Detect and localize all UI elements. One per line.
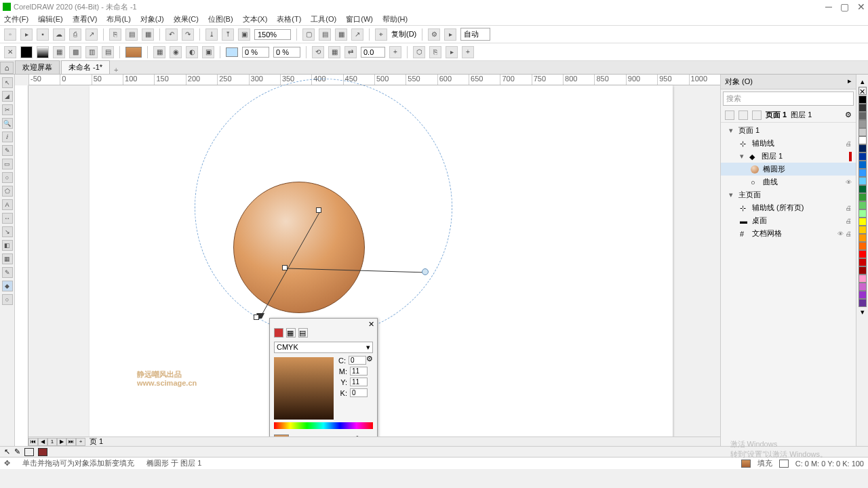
copy-dropdown[interactable]: 复制(D): [391, 29, 416, 39]
k-input[interactable]: [350, 388, 368, 397]
tree-ellipse[interactable]: 椭圆形: [721, 163, 856, 176]
apply-icon[interactable]: ▸: [446, 46, 458, 58]
color-tab-mixer-icon[interactable]: ▦: [286, 328, 296, 338]
transparency-tool-icon[interactable]: ▦: [2, 253, 13, 264]
texture-fill-icon[interactable]: ▩: [69, 46, 81, 58]
undo-icon[interactable]: ↶: [165, 28, 178, 41]
c-input[interactable]: [349, 356, 366, 365]
cloud-icon[interactable]: ☁: [53, 28, 65, 41]
color-tab-model-icon[interactable]: [274, 328, 283, 338]
palette-swatch[interactable]: [859, 136, 867, 144]
prev-page-icon[interactable]: ◀: [38, 438, 47, 446]
square-grad-icon[interactable]: ▣: [202, 46, 214, 58]
solid-fill-icon[interactable]: [20, 46, 33, 58]
m-input[interactable]: [350, 367, 368, 375]
mesh-fill-icon[interactable]: ▤: [102, 46, 114, 58]
menu-help[interactable]: 帮助(H): [382, 14, 408, 24]
tree-layer[interactable]: ▾◆图层 1: [721, 150, 856, 163]
menu-effects[interactable]: 效果(C): [174, 14, 199, 24]
tree-master[interactable]: ▾主页面: [721, 188, 856, 201]
add-preset-icon[interactable]: +: [462, 46, 474, 58]
reverse-icon[interactable]: ⟲: [312, 46, 324, 58]
ellipse-object[interactable]: [233, 182, 365, 313]
palette-down-icon[interactable]: ▾: [861, 308, 865, 317]
palette-swatch[interactable]: [859, 291, 867, 299]
export-icon[interactable]: ↗: [85, 28, 98, 41]
postscript-fill-icon[interactable]: ▥: [85, 46, 98, 58]
menu-bitmap[interactable]: 位图(B): [208, 14, 233, 24]
artistic-tool-icon[interactable]: ✎: [2, 145, 13, 156]
first-page-icon[interactable]: ⏮: [28, 438, 38, 446]
color-picker-area[interactable]: [274, 357, 334, 420]
color-options-icon[interactable]: ⚙: [366, 354, 373, 363]
rotation-input[interactable]: [361, 47, 385, 58]
palette-swatch[interactable]: [859, 226, 867, 234]
palette-swatch[interactable]: [859, 144, 867, 152]
palette-swatch[interactable]: [859, 299, 867, 307]
palette-swatch[interactable]: [859, 96, 867, 104]
edit-fill-icon[interactable]: ✕: [4, 46, 16, 58]
radial-grad-icon[interactable]: ◉: [170, 46, 182, 58]
palette-swatch[interactable]: [859, 128, 867, 136]
new-tab-icon[interactable]: +: [110, 66, 122, 74]
gradient-handle[interactable]: [282, 265, 288, 270]
open-icon[interactable]: ▸: [20, 28, 33, 41]
palette-swatch[interactable]: [859, 250, 867, 258]
fill-color-box[interactable]: [38, 448, 47, 456]
palette-swatch[interactable]: [859, 266, 867, 274]
palette-swatch[interactable]: [859, 112, 867, 120]
import-icon[interactable]: ⤓: [205, 28, 218, 41]
menu-table[interactable]: 表格(T): [277, 14, 301, 24]
polygon-tool-icon[interactable]: ⬠: [2, 186, 13, 197]
current-fill-swatch[interactable]: [125, 47, 142, 58]
palette-swatch[interactable]: [859, 193, 867, 201]
tree-guides[interactable]: ⊹辅助线🖨: [721, 137, 856, 150]
options-icon[interactable]: ⚙: [428, 28, 440, 41]
node-color-swatch[interactable]: [226, 47, 238, 57]
menu-view[interactable]: 查看(V): [73, 14, 98, 24]
palette-swatch[interactable]: [859, 201, 867, 209]
dialog-close-icon[interactable]: ✕: [368, 320, 374, 329]
shape-tool-icon[interactable]: ◢: [2, 91, 13, 102]
tree-curve[interactable]: ○曲线👁: [721, 176, 856, 188]
gradient-handle[interactable]: [316, 207, 321, 213]
search-input[interactable]: 搜索: [723, 92, 854, 106]
layer-opts3-icon[interactable]: [752, 110, 762, 120]
free-scale-icon[interactable]: +: [389, 46, 401, 58]
y-input[interactable]: [350, 378, 368, 386]
color-model-select[interactable]: CMYK▾: [274, 342, 373, 353]
palette-swatch[interactable]: [859, 177, 867, 185]
gradient-handle[interactable]: [254, 314, 259, 320]
export2-icon[interactable]: ⤒: [222, 28, 234, 41]
color-tab-palette-icon[interactable]: ▤: [298, 328, 308, 338]
palette-swatch[interactable]: [859, 152, 867, 161]
last-page-icon[interactable]: ⏭: [66, 438, 76, 446]
palette-swatch[interactable]: [859, 161, 867, 169]
parallel-tool-icon[interactable]: ↔: [2, 213, 13, 224]
eyedropper-tool-icon[interactable]: ✎: [2, 267, 13, 278]
freehand-tool-icon[interactable]: ⅈ: [2, 131, 13, 142]
next-page-icon[interactable]: ▶: [57, 438, 66, 446]
layer-opts-icon[interactable]: [725, 110, 734, 120]
palette-swatch[interactable]: [859, 218, 867, 226]
outline-tool-icon[interactable]: ○: [2, 294, 13, 305]
ellipse-tool-icon[interactable]: ○: [2, 172, 13, 183]
mirror-icon[interactable]: ▦: [328, 46, 340, 58]
hue-slider[interactable]: [274, 422, 373, 429]
minimize-icon[interactable]: ─: [825, 1, 832, 12]
smooth-icon[interactable]: ⬡: [413, 46, 425, 58]
crop-tool-icon[interactable]: ✂: [2, 104, 13, 115]
menu-text[interactable]: 文本(X): [243, 14, 268, 24]
print-icon[interactable]: ⎙: [69, 28, 81, 41]
menu-layout[interactable]: 布局(L): [106, 14, 130, 24]
add-page-icon[interactable]: +: [76, 438, 85, 446]
home-icon[interactable]: ⌂: [0, 62, 14, 74]
snap-icon[interactable]: ⌖: [375, 28, 387, 41]
copy-icon[interactable]: ⎘: [109, 28, 121, 41]
connector-tool-icon[interactable]: ↘: [2, 226, 13, 237]
publish-icon[interactable]: ▣: [238, 28, 250, 41]
grid-icon[interactable]: ▦: [335, 28, 347, 41]
palette-swatch[interactable]: [859, 274, 867, 283]
no-color-swatch[interactable]: ✕: [859, 87, 867, 95]
pattern-fill-icon[interactable]: ▦: [53, 46, 65, 58]
